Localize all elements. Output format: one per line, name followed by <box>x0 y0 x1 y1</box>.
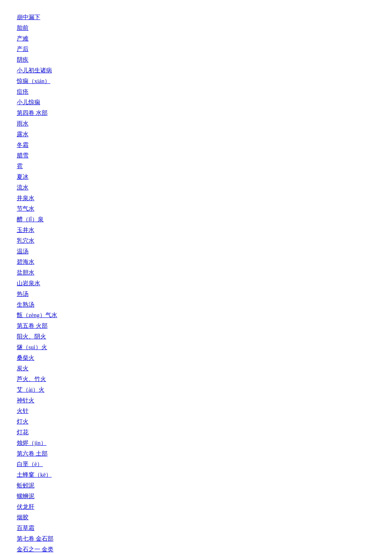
link-item-雨水[interactable]: 雨水 <box>17 119 375 128</box>
link-item-燧（suì）火[interactable]: 燧（suì）火 <box>17 343 375 352</box>
link-item-腊雪[interactable]: 腊雪 <box>17 151 375 160</box>
link-item-夏冰[interactable]: 夏冰 <box>17 172 375 182</box>
link-list: 崩中漏下胎前产难产后阴疾小儿初生诸病惊痫（xián）痘疮小儿惊痫第四卷 水部雨水… <box>17 13 375 554</box>
link-item-小儿惊痫[interactable]: 小儿惊痫 <box>17 98 375 107</box>
link-item-山岩泉水[interactable]: 山岩泉水 <box>17 279 375 288</box>
link-item-产难[interactable]: 产难 <box>17 34 375 43</box>
link-item-生熟汤[interactable]: 生熟汤 <box>17 300 375 309</box>
link-item-露水[interactable]: 露水 <box>17 130 375 139</box>
link-item-第七卷_金石部[interactable]: 第七卷 金石部 <box>17 534 375 544</box>
link-item-阴疾[interactable]: 阴疾 <box>17 55 375 64</box>
link-item-土蜂窠（kē）[interactable]: 土蜂窠（kē） <box>17 470 375 480</box>
link-item-灯花[interactable]: 灯花 <box>17 428 375 437</box>
link-item-蚯蚓泥[interactable]: 蚯蚓泥 <box>17 481 375 490</box>
link-item-胎前[interactable]: 胎前 <box>17 23 375 33</box>
link-item-产后[interactable]: 产后 <box>17 44 375 54</box>
link-item-碧海水[interactable]: 碧海水 <box>17 257 375 267</box>
link-item-盐胆水[interactable]: 盐胆水 <box>17 268 375 277</box>
link-item-井泉水[interactable]: 井泉水 <box>17 194 375 203</box>
link-item-伏龙肝[interactable]: 伏龙肝 <box>17 502 375 512</box>
link-item-百草霜[interactable]: 百草霜 <box>17 523 375 533</box>
link-item-螺蛳泥[interactable]: 螺蛳泥 <box>17 491 375 501</box>
link-item-醴（lǐ）泉[interactable]: 醴（lǐ）泉 <box>17 215 375 224</box>
link-item-阳火、阴火[interactable]: 阳火、阴火 <box>17 332 375 341</box>
link-item-崩中漏下[interactable]: 崩中漏下 <box>17 13 375 22</box>
link-item-温汤[interactable]: 温汤 <box>17 247 375 256</box>
link-item-火针[interactable]: 火针 <box>17 406 375 416</box>
link-item-甑（zèng）气水[interactable]: 甑（zèng）气水 <box>17 310 375 320</box>
link-item-艾（ài）火[interactable]: 艾（ài）火 <box>17 385 375 394</box>
link-item-第六卷_土部[interactable]: 第六卷 土部 <box>17 449 375 458</box>
link-item-乳穴水[interactable]: 乳穴水 <box>17 236 375 245</box>
link-item-惊痫（xián）[interactable]: 惊痫（xián） <box>17 77 375 86</box>
link-item-神针火[interactable]: 神针火 <box>17 396 375 405</box>
link-item-冬霜[interactable]: 冬霜 <box>17 140 375 150</box>
link-item-热汤[interactable]: 热汤 <box>17 289 375 299</box>
link-item-小儿初生诸病[interactable]: 小儿初生诸病 <box>17 66 375 75</box>
link-item-金石之一_金类[interactable]: 金石之一 金类 <box>17 545 375 554</box>
link-item-炭火[interactable]: 炭火 <box>17 364 375 373</box>
link-item-桑柴火[interactable]: 桑柴火 <box>17 353 375 363</box>
link-item-第五卷_火部[interactable]: 第五卷 火部 <box>17 321 375 331</box>
link-item-玉井水[interactable]: 玉井水 <box>17 225 375 235</box>
link-item-雹[interactable]: 雹 <box>17 161 375 171</box>
link-item-烟胶[interactable]: 烟胶 <box>17 513 375 522</box>
link-item-灯火[interactable]: 灯火 <box>17 417 375 426</box>
link-item-芦火、竹火[interactable]: 芦火、竹火 <box>17 374 375 384</box>
link-item-流水[interactable]: 流水 <box>17 183 375 192</box>
link-item-节气水[interactable]: 节气水 <box>17 204 375 213</box>
link-item-烛烬（jìn）[interactable]: 烛烬（jìn） <box>17 438 375 448</box>
link-item-第四卷_水部[interactable]: 第四卷 水部 <box>17 108 375 118</box>
link-item-白垩（è）[interactable]: 白垩（è） <box>17 460 375 469</box>
link-item-痘疮[interactable]: 痘疮 <box>17 87 375 97</box>
